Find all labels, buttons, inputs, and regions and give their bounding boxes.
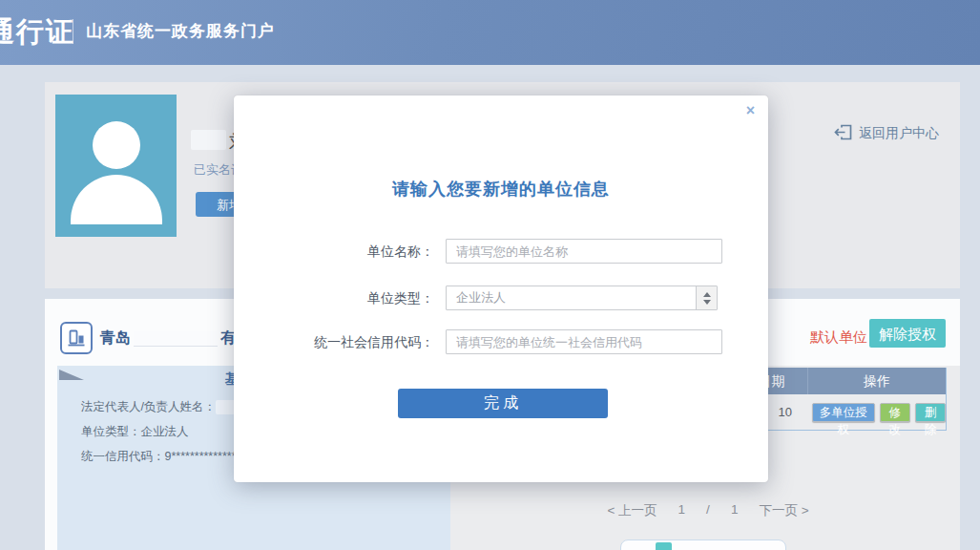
done-button[interactable]: 完成 [398,389,608,418]
unit-type-label: 单位类型： [234,286,434,310]
add-unit-modal: × 请输入您要新增的单位信息 单位名称： 单位类型： 企业法人 统一社会信用代码… [234,95,768,482]
avatar-person-icon [93,121,140,169]
avatar-person-body-icon [71,175,162,224]
unit-name-input[interactable] [446,239,722,264]
multi-unit-auth-button[interactable]: 多单位授权 [812,403,875,422]
credit-code-row-modal: 统一社会信用代码： [234,329,768,354]
delete-button[interactable]: 删除 [915,403,946,422]
close-icon[interactable]: × [746,103,755,118]
current-page: 1 [678,502,686,519]
prev-page-button[interactable]: < 上一页 [607,502,657,519]
return-user-center-link[interactable]: 返回用户中心 [834,124,939,143]
return-user-center-label: 返回用户中心 [859,125,939,142]
portal-title: 山东省统一政务服务门户 [86,20,275,42]
exit-arrow-icon [834,124,852,143]
next-page-button[interactable]: 下一页 > [759,502,808,519]
pagination: < 上一页 1 / 1 下一页 > [574,502,842,519]
top-header: 通行证 山东省统一政务服务门户 [0,0,980,65]
company-icon [60,322,93,354]
credit-code-label: 统一社会信用代码： [234,329,434,354]
page: 通行证 山东省统一政务服务门户 刘 已实名认证 新增单位 返回用户中心 [0,0,980,550]
ops-column-header: 操作 [808,368,946,394]
unit-type-selected-value: 企业法人 [456,286,506,309]
credit-code-row: 统一信用代码：9*************** [81,444,244,469]
select-spinner-icon[interactable] [696,286,717,309]
company-name-redacted [134,331,218,347]
unit-type-select[interactable]: 企业法人 [446,286,718,310]
legal-rep-row: 法定代表人/负责人姓名： [81,394,244,419]
unit-name-row: 单位名称： [234,239,768,264]
credit-code-input[interactable] [446,329,722,354]
modal-title: 请输入您要新增的单位信息 [234,178,768,201]
cutoff-panel [620,539,786,550]
avatar [55,95,177,237]
unit-type-row: 单位类型：企业法人 [81,419,244,444]
edit-button[interactable]: 修改 [880,403,910,422]
unit-type-row-modal: 单位类型： 企业法人 [234,286,768,310]
total-pages: 1 [731,502,739,519]
user-name-redacted [191,130,226,150]
cutoff-teal-button[interactable] [656,542,672,550]
revoke-authorization-button[interactable]: 解除授权 [869,319,946,348]
page-separator: / [706,502,710,519]
unit-name-label: 单位名称： [234,239,434,264]
default-unit-link[interactable]: 默认单位 [810,328,867,347]
header-divider [73,19,73,44]
logo-text: 通行证 [0,13,75,52]
